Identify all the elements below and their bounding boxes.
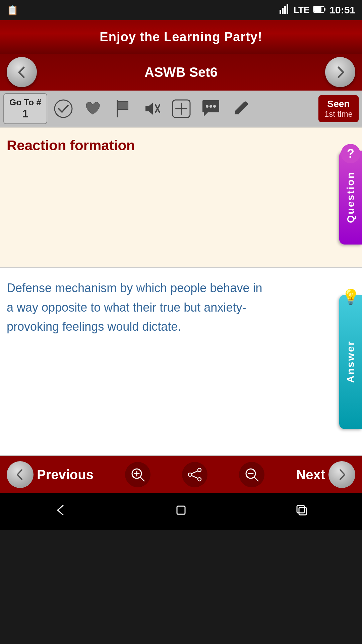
previous-arrow-icon (7, 461, 34, 488)
goto-number: 1 (9, 108, 41, 120)
svg-rect-2 (284, 6, 286, 14)
svg-rect-3 (287, 4, 288, 14)
zoom-in-button[interactable] (125, 462, 150, 487)
banner-text: Enjoy the Learning Party! (100, 30, 262, 44)
goto-label: Go To # (9, 97, 41, 108)
svg-rect-31 (297, 505, 304, 513)
bottom-nav: Previous Next (0, 456, 362, 493)
answer-tab-text: Answer (345, 340, 356, 383)
seen-sub: 1st time (324, 109, 353, 119)
header-banner: Enjoy the Learning Party! (0, 20, 362, 54)
svg-point-24 (188, 473, 192, 476)
forward-arrow-button[interactable] (325, 57, 355, 87)
question-text: Reaction formation (7, 138, 355, 154)
signal-icon (280, 4, 290, 16)
question-area: Reaction formation ? Question (0, 127, 362, 268)
checkmark-button[interactable] (50, 95, 77, 122)
previous-label: Previous (37, 467, 94, 482)
status-bar-right: LTE 10:51 (280, 4, 355, 16)
svg-rect-5 (324, 8, 325, 11)
svg-line-26 (192, 476, 198, 478)
goto-button[interactable]: Go To # 1 (3, 93, 47, 124)
android-recents-button[interactable] (295, 503, 308, 520)
svg-rect-32 (299, 507, 306, 515)
answer-tab[interactable]: 💡 Answer (339, 295, 362, 429)
notification-icon: 📋 (7, 5, 18, 16)
svg-line-28 (254, 477, 258, 481)
lte-label: LTE (294, 5, 309, 15)
answer-area: Defense mechanism by which people behave… (0, 268, 362, 456)
svg-rect-30 (177, 506, 185, 514)
android-nav-bar (0, 493, 362, 530)
seen-label: Seen (324, 99, 353, 109)
time: 10:51 (329, 4, 355, 16)
nav-bar: ASWB Set6 (0, 54, 362, 91)
mute-button[interactable] (138, 95, 165, 122)
svg-point-7 (55, 100, 72, 117)
chat-button[interactable] (197, 95, 224, 122)
seen-button[interactable]: Seen 1st time (318, 95, 359, 122)
previous-button[interactable]: Previous (7, 461, 94, 488)
answer-tab-icon: 💡 (340, 286, 361, 307)
svg-point-15 (209, 105, 212, 108)
next-button[interactable]: Next (296, 461, 355, 488)
zoom-out-button[interactable] (239, 462, 264, 487)
svg-point-23 (198, 478, 201, 481)
question-tab-icon: ? (341, 144, 360, 163)
svg-line-19 (140, 477, 144, 481)
next-label: Next (296, 467, 325, 482)
heart-button[interactable] (79, 95, 106, 122)
svg-rect-0 (280, 10, 281, 14)
pencil-button[interactable] (227, 95, 254, 122)
back-arrow-button[interactable] (7, 57, 37, 87)
add-button[interactable] (168, 95, 195, 122)
toolbar: Go To # 1 (0, 91, 362, 127)
android-back-button[interactable] (54, 503, 67, 520)
question-tab-text: Question (345, 171, 356, 223)
svg-point-14 (206, 105, 208, 108)
status-bar: 📋 LTE 10:51 (0, 0, 362, 20)
answer-text: Defense mechanism by which people behave… (7, 278, 268, 336)
question-tab[interactable]: ? Question (339, 151, 362, 245)
android-home-button[interactable] (174, 503, 188, 520)
battery-icon (313, 5, 325, 15)
status-bar-left: 📋 (7, 5, 18, 16)
flag-button[interactable] (109, 95, 136, 122)
svg-line-25 (192, 471, 198, 474)
svg-point-22 (198, 468, 201, 472)
svg-point-16 (213, 105, 216, 108)
next-arrow-icon (328, 461, 355, 488)
svg-rect-1 (282, 8, 284, 14)
svg-rect-6 (314, 7, 321, 12)
share-button[interactable] (182, 462, 207, 487)
nav-title: ASWB Set6 (144, 65, 218, 80)
